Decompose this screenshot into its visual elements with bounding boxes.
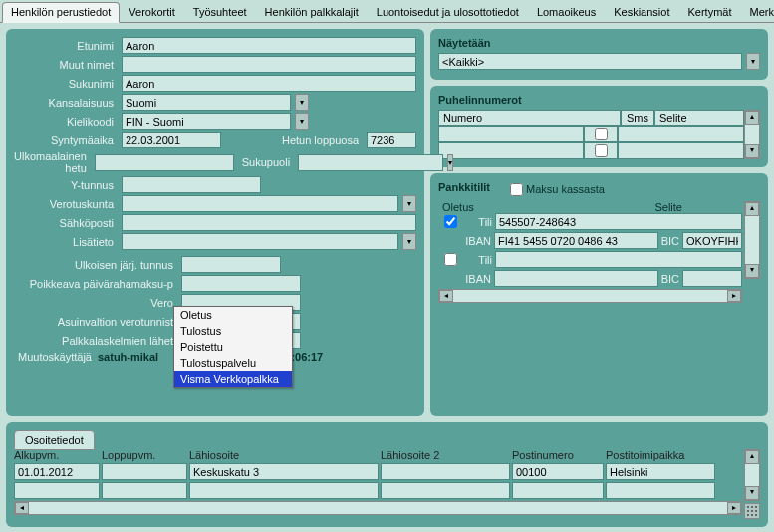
hetun-input[interactable] [367, 132, 416, 148]
phones-panel: Puhelinnumerot Numero Sms Selite [430, 86, 768, 167]
addr-lahiosoite-input[interactable] [189, 482, 379, 499]
bank-oletus-checkbox[interactable] [444, 215, 457, 228]
addr-header-loppupvm: Loppupvm. [102, 449, 187, 461]
tab-palkkalajit[interactable]: Henkilön palkkalajit [256, 2, 368, 22]
lisatieto-input[interactable] [122, 233, 398, 250]
addr-postitoimipaikka-input[interactable] [606, 463, 715, 480]
scroll-down-icon[interactable]: ▾ [745, 486, 759, 500]
addr-lahiosoite-input[interactable] [189, 463, 379, 480]
bank-bic-input[interactable] [682, 270, 742, 287]
sahkoposti-input[interactable] [122, 214, 416, 231]
scroll-right-icon[interactable]: ▸ [727, 290, 741, 302]
bank-v-scrollbar[interactable]: ▴ ▾ [744, 201, 760, 279]
addr-postinumero-input[interactable] [512, 463, 604, 480]
phone-numero-input[interactable] [438, 126, 584, 142]
bank-bic-input[interactable] [682, 232, 742, 249]
addr-v-scrollbar[interactable]: ▴ ▾ [744, 449, 760, 501]
scroll-right-icon[interactable]: ▸ [727, 502, 741, 514]
tab-tyosuhteet[interactable]: Työsuhteet [184, 2, 256, 22]
popup-oletus[interactable]: Oletus [174, 307, 292, 323]
phones-scrollbar[interactable]: ▴ ▾ [744, 110, 760, 159]
addr-header-postinumero: Postinumero [512, 449, 604, 461]
scroll-up-icon[interactable]: ▴ [745, 450, 759, 464]
syntyma-input[interactable] [122, 132, 221, 148]
kielikoodi-dropdown-icon[interactable]: ▾ [295, 113, 309, 130]
addr-postitoimipaikka-input[interactable] [606, 482, 715, 499]
addr-loppupvm-input[interactable] [102, 463, 187, 480]
addr-alkupvm-input[interactable] [14, 482, 100, 499]
addr-postinumero-input[interactable] [512, 482, 604, 499]
addr-h-scrollbar[interactable]: ◂ ▸ [14, 501, 742, 515]
muutnimet-input[interactable] [122, 56, 416, 73]
addr-header-alkupvm: Alkupvm. [14, 449, 100, 461]
tab-merkkipaivat[interactable]: Merkkipäivät [740, 2, 774, 22]
phone-sms-checkbox[interactable] [595, 128, 608, 140]
bank-iban-input[interactable] [494, 232, 658, 249]
etunimi-input[interactable] [122, 37, 416, 54]
ulkhetu-input[interactable] [95, 154, 234, 171]
naytetaan-title: Näytetään [438, 37, 760, 49]
address-tab[interactable]: Osoitetiedot [14, 430, 95, 450]
bank-h-scrollbar[interactable]: ◂ ▸ [438, 289, 742, 303]
poikkeava-label: Poikkeava päivärahamaksu-p [14, 278, 177, 290]
sukupuoli-input[interactable] [298, 154, 443, 171]
scroll-up-icon[interactable]: ▴ [745, 111, 759, 125]
scroll-down-icon[interactable]: ▾ [745, 264, 759, 278]
bank-oletus-checkbox[interactable] [444, 253, 457, 266]
sukupuoli-dropdown-icon[interactable]: ▾ [447, 154, 453, 171]
popup-poistettu[interactable]: Poistettu [174, 339, 292, 355]
popup-tulostus[interactable]: Tulostus [174, 323, 292, 339]
palkkalask-label: Palkkalaskelmien lähet [14, 335, 177, 347]
lisatieto-dropdown-icon[interactable]: ▾ [402, 233, 416, 250]
verotuskunta-input[interactable] [122, 195, 398, 212]
addr-lahiosoite2-input[interactable] [381, 463, 510, 480]
muutos-user: satuh-mikal [98, 351, 158, 363]
naytetaan-dropdown-icon[interactable]: ▾ [746, 53, 760, 70]
phone-numero-input[interactable] [438, 142, 584, 159]
sukunimi-label: Sukunimi [14, 78, 118, 90]
bank-title: Pankkitilit [438, 181, 490, 193]
hetun-label: Hetun loppuosa [278, 134, 363, 146]
tab-verokortit[interactable]: Verokortit [120, 2, 183, 22]
kielikoodi-input[interactable] [122, 113, 291, 130]
sukunimi-input[interactable] [122, 75, 416, 92]
phone-sms-checkbox[interactable] [595, 144, 608, 157]
scroll-up-icon[interactable]: ▴ [745, 202, 759, 216]
phone-selite-input[interactable] [618, 142, 744, 159]
phone-header-numero: Numero [438, 110, 621, 126]
bic-label: BIC [661, 273, 679, 285]
kansalaisuus-dropdown-icon[interactable]: ▾ [295, 94, 309, 111]
maksu-kassasta-checkbox[interactable] [510, 183, 523, 196]
popup-visma-verkkopalkka[interactable]: Visma Verkkopalkka [174, 371, 292, 387]
sahkoposti-label: Sähköposti [14, 217, 118, 229]
tab-keskiansiot[interactable]: Keskiansiot [605, 2, 678, 22]
verotuskunta-dropdown-icon[interactable]: ▾ [402, 195, 416, 212]
scroll-left-icon[interactable]: ◂ [15, 502, 29, 514]
kielikoodi-label: Kielikoodi [14, 116, 118, 128]
popup-tulostuspalvelu[interactable]: Tulostuspalvelu [174, 355, 292, 371]
bank-iban-input[interactable] [494, 270, 658, 287]
palkkalask-popup: Oletus Tulostus Poistettu Tulostuspalvel… [173, 306, 293, 388]
scroll-left-icon[interactable]: ◂ [439, 290, 453, 302]
bank-tili-input[interactable] [495, 213, 742, 230]
resize-grip-icon[interactable] [744, 503, 760, 519]
bank-tili-input[interactable] [495, 251, 742, 268]
ytunnus-input[interactable] [122, 176, 261, 193]
tab-kertymat[interactable]: Kertymät [678, 2, 740, 22]
addr-alkupvm-input[interactable] [14, 463, 100, 480]
tab-lomaoikeus[interactable]: Lomaoikeus [528, 2, 605, 22]
addr-header-postitoimipaikka: Postitoimipaikka [606, 449, 715, 461]
phone-selite-input[interactable] [618, 126, 744, 142]
phones-title: Puhelinnumerot [438, 94, 760, 106]
addr-loppupvm-input[interactable] [102, 482, 187, 499]
bic-label: BIC [661, 235, 679, 247]
ulkoisen-input[interactable] [181, 256, 281, 273]
naytetaan-input[interactable] [438, 53, 742, 70]
etunimi-label: Etunimi [14, 40, 118, 52]
scroll-down-icon[interactable]: ▾ [745, 144, 759, 158]
kansalaisuus-input[interactable] [122, 94, 291, 111]
addr-lahiosoite2-input[interactable] [381, 482, 510, 499]
poikkeava-input[interactable] [181, 275, 301, 292]
tab-luontoisedut[interactable]: Luontoisedut ja ulosottotiedot [368, 2, 528, 22]
tab-perustiedot[interactable]: Henkilön perustiedot [2, 2, 120, 23]
